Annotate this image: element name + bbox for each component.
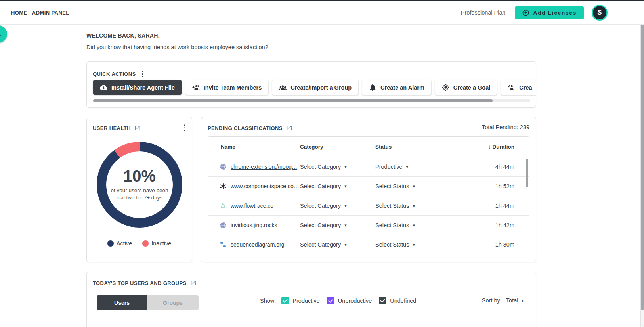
pending-title: PENDING CLASSIFICATIONS <box>208 125 283 131</box>
sort-by-select[interactable]: Total ▾ <box>506 297 524 304</box>
avatar-initial: S <box>597 9 602 17</box>
site-link[interactable]: invidious.jing.rocks <box>231 222 277 228</box>
chevron-down-icon: ▾ <box>521 298 524 303</box>
create-alarm-button[interactable]: Create an Alarm <box>362 80 431 95</box>
quick-actions-scrollbar[interactable] <box>93 99 530 102</box>
tab-users[interactable]: Users <box>97 295 147 310</box>
chevron-down-icon: ▾ <box>413 242 415 247</box>
user-health-donut-center: 10% of your users have been inactive for… <box>106 151 173 218</box>
page-title: HOME - ADMIN PANEL <box>11 10 69 16</box>
chevron-down-icon: ▾ <box>413 184 415 189</box>
arrow-up-circle-icon <box>522 9 529 17</box>
create-import-group-button[interactable]: Create/Import a Group <box>272 80 358 95</box>
chevron-down-icon: ▾ <box>413 223 415 228</box>
user-health-legend: Active Inactive <box>87 240 192 247</box>
top-users-title-row: TODAY'S TOP USERS AND GROUPS <box>93 280 197 286</box>
site-link[interactable]: www.componentspace.co… <box>231 183 299 189</box>
column-header-status[interactable]: Status <box>375 144 451 150</box>
install-share-agent-button[interactable]: Install/Share Agent File <box>93 80 182 95</box>
open-in-new-icon[interactable] <box>134 125 141 131</box>
chevron-down-icon: ▾ <box>413 203 415 208</box>
quick-actions-scrollbar-thumb[interactable] <box>93 99 493 102</box>
open-in-new-icon[interactable] <box>190 280 197 286</box>
status-select[interactable]: Select Status▾ <box>375 222 415 228</box>
sort-descending-icon: ↓ <box>488 144 491 150</box>
molecule-favicon <box>220 202 227 209</box>
chevron-down-icon: ▾ <box>344 164 347 170</box>
topbar-right: Professional Plan Add Licenses S <box>461 5 608 21</box>
tab-groups[interactable]: Groups <box>147 295 199 310</box>
snowflake-favicon <box>220 183 227 190</box>
create-truncated-button[interactable]: Crea <box>501 80 536 95</box>
unproductive-checkbox[interactable] <box>327 297 334 304</box>
status-select[interactable]: Select Status▾ <box>375 203 415 209</box>
category-select[interactable]: Select Category▾ <box>300 222 347 228</box>
add-licenses-button[interactable]: Add Licenses <box>515 6 584 19</box>
user-health-donut: 10% of your users have been inactive for… <box>97 142 182 228</box>
column-header-duration[interactable]: ↓Duration <box>451 144 529 150</box>
pending-table: Name Category Status ↓Duration chrome-ex… <box>208 136 529 254</box>
site-link[interactable]: sequencediagram.org <box>231 241 284 248</box>
admin-dashboard-page: HOME - ADMIN PANEL Professional Plan Add… <box>0 0 644 327</box>
quick-actions-buttons: Install/Share Agent File Invite Team Mem… <box>93 80 536 95</box>
plan-label: Professional Plan <box>461 10 506 16</box>
table-row: www.flowtrace.co Select Category▾ Select… <box>208 196 529 216</box>
people-icon <box>279 84 287 91</box>
quick-actions-menu-button[interactable] <box>140 69 146 79</box>
table-row: invidious.jing.rocks Select Category▾ Se… <box>208 216 529 235</box>
sort-by-control: Sort by: Total ▾ <box>482 297 524 304</box>
table-scrollbar-thumb[interactable] <box>526 159 528 187</box>
cloud-download-icon <box>100 84 107 91</box>
welcome-subtext: Did you know that having friends at work… <box>86 44 268 50</box>
show-label: Show: <box>260 298 276 304</box>
site-link[interactable]: chrome-extension://noog… <box>231 164 297 170</box>
person-add-icon <box>192 84 200 91</box>
column-header-category[interactable]: Category <box>300 144 375 150</box>
table-row: www.componentspace.co… Select Category▾ … <box>208 177 529 196</box>
chevron-down-icon: ▾ <box>344 203 347 208</box>
user-health-card: USER HEALTH 10% of your users have been … <box>86 117 192 262</box>
pending-classifications-card: PENDING CLASSIFICATIONS Total Pending: 2… <box>201 117 536 262</box>
category-select[interactable]: Select Category▾ <box>300 241 347 248</box>
status-select[interactable]: Select Status▾ <box>375 241 415 248</box>
page-scrollbar[interactable] <box>640 1 644 327</box>
table-header-row: Name Category Status ↓Duration <box>208 137 529 157</box>
duration-value: 1h 44m <box>451 203 529 209</box>
user-health-title: USER HEALTH <box>93 125 131 131</box>
invite-team-members-button[interactable]: Invite Team Members <box>185 80 268 95</box>
category-select[interactable]: Select Category▾ <box>300 183 347 189</box>
site-link[interactable]: www.flowtrace.co <box>231 203 273 209</box>
create-goal-button[interactable]: Create a Goal <box>435 80 497 95</box>
globe-favicon <box>220 222 227 229</box>
filter-unproductive: Unproductive <box>327 297 372 304</box>
category-select[interactable]: Select Category▾ <box>300 164 347 170</box>
page-scrollbar-thumb[interactable] <box>641 4 644 310</box>
status-select[interactable]: Select Status▾ <box>375 183 415 189</box>
open-in-new-icon[interactable] <box>286 125 292 131</box>
content-right-divider <box>617 25 617 327</box>
chevron-down-icon: ▾ <box>344 184 347 189</box>
quick-actions-title: QUICK ACTIONS <box>93 71 136 77</box>
avatar[interactable]: S <box>592 5 608 21</box>
inactive-description: of your users have been inactive for 7+ … <box>111 187 168 201</box>
duration-value: 1h 30m <box>451 241 529 248</box>
column-header-name[interactable]: Name <box>208 144 300 150</box>
welcome-heading: WELCOME BACK, SARAH. <box>86 33 160 39</box>
user-health-menu-button[interactable] <box>182 123 188 133</box>
active-legend-dot <box>107 240 114 247</box>
inactive-percent: 10% <box>123 168 156 184</box>
legend-item-inactive: Inactive <box>142 240 171 247</box>
users-groups-toggle: Users Groups <box>97 295 199 310</box>
topbar: HOME - ADMIN PANEL Professional Plan Add… <box>0 1 644 25</box>
user-health-title-row: USER HEALTH <box>93 125 141 131</box>
undefined-checkbox[interactable] <box>379 297 386 304</box>
quick-actions-title-row: QUICK ACTIONS <box>93 69 145 79</box>
top-users-card: TODAY'S TOP USERS AND GROUPS Users Group… <box>86 272 536 327</box>
table-row: chrome-extension://noog… Select Category… <box>208 157 529 177</box>
status-select[interactable]: Productive▾ <box>375 164 408 170</box>
sidebar-collapse-button[interactable]: ← <box>0 25 7 43</box>
arrow-left-icon: ← <box>0 30 2 39</box>
target-icon <box>442 84 449 91</box>
productive-checkbox[interactable] <box>281 297 289 304</box>
category-select[interactable]: Select Category▾ <box>300 203 347 209</box>
